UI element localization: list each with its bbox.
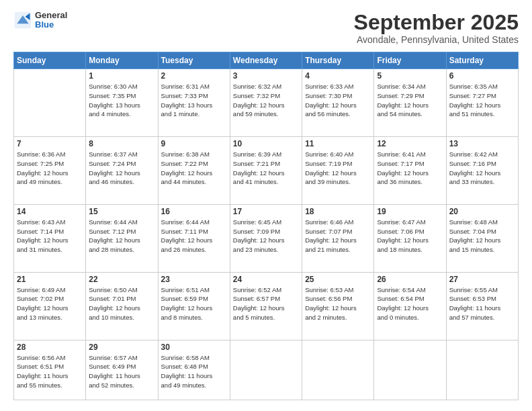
day-number: 25 — [305, 275, 371, 284]
day-info: Sunrise: 6:44 AM Sunset: 7:11 PM Dayligh… — [161, 218, 227, 255]
calendar-header: SundayMondayTuesdayWednesdayThursdayFrid… — [14, 52, 519, 69]
day-cell: 27Sunrise: 6:55 AM Sunset: 6:53 PM Dayli… — [446, 272, 518, 340]
day-cell: 18Sunrise: 6:46 AM Sunset: 7:07 PM Dayli… — [302, 204, 374, 272]
day-number: 30 — [161, 342, 227, 352]
title-block: September 2025 Avondale, Pennsylvania, U… — [354, 11, 519, 45]
week-row-5: 28Sunrise: 6:56 AM Sunset: 6:51 PM Dayli… — [14, 340, 519, 400]
col-header-tuesday: Tuesday — [158, 52, 230, 69]
day-cell: 14Sunrise: 6:43 AM Sunset: 7:14 PM Dayli… — [14, 204, 86, 272]
day-info: Sunrise: 6:42 AM Sunset: 7:16 PM Dayligh… — [449, 150, 515, 187]
day-cell: 11Sunrise: 6:40 AM Sunset: 7:19 PM Dayli… — [302, 137, 374, 205]
day-number: 9 — [161, 139, 227, 148]
day-cell: 28Sunrise: 6:56 AM Sunset: 6:51 PM Dayli… — [14, 340, 86, 400]
day-cell: 3Sunrise: 6:32 AM Sunset: 7:32 PM Daylig… — [230, 69, 302, 137]
week-row-4: 21Sunrise: 6:49 AM Sunset: 7:02 PM Dayli… — [14, 272, 519, 340]
day-cell: 7Sunrise: 6:36 AM Sunset: 7:25 PM Daylig… — [14, 137, 86, 205]
day-info: Sunrise: 6:56 AM Sunset: 6:51 PM Dayligh… — [17, 353, 83, 390]
day-number: 23 — [161, 275, 227, 284]
day-number: 19 — [377, 207, 443, 216]
day-number: 21 — [17, 275, 83, 284]
day-number: 17 — [233, 207, 299, 216]
day-info: Sunrise: 6:39 AM Sunset: 7:21 PM Dayligh… — [233, 150, 299, 187]
day-info: Sunrise: 6:38 AM Sunset: 7:22 PM Dayligh… — [161, 150, 227, 187]
logo-icon — [13, 11, 32, 30]
day-info: Sunrise: 6:30 AM Sunset: 7:35 PM Dayligh… — [89, 82, 154, 119]
day-number: 14 — [17, 207, 83, 216]
day-info: Sunrise: 6:52 AM Sunset: 6:57 PM Dayligh… — [233, 285, 299, 322]
col-header-saturday: Saturday — [446, 52, 518, 69]
header-row: SundayMondayTuesdayWednesdayThursdayFrid… — [14, 52, 519, 69]
day-number: 10 — [233, 139, 299, 148]
day-cell: 9Sunrise: 6:38 AM Sunset: 7:22 PM Daylig… — [158, 137, 230, 205]
day-cell: 15Sunrise: 6:44 AM Sunset: 7:12 PM Dayli… — [86, 204, 158, 272]
day-info: Sunrise: 6:57 AM Sunset: 6:49 PM Dayligh… — [89, 353, 154, 390]
day-cell: 24Sunrise: 6:52 AM Sunset: 6:57 PM Dayli… — [230, 272, 302, 340]
day-info: Sunrise: 6:45 AM Sunset: 7:09 PM Dayligh… — [233, 218, 299, 255]
day-cell: 17Sunrise: 6:45 AM Sunset: 7:09 PM Dayli… — [230, 204, 302, 272]
day-number: 7 — [17, 139, 83, 148]
day-number: 8 — [89, 139, 154, 148]
day-info: Sunrise: 6:58 AM Sunset: 6:48 PM Dayligh… — [161, 353, 227, 390]
day-number: 22 — [89, 275, 154, 284]
col-header-thursday: Thursday — [302, 52, 374, 69]
day-info: Sunrise: 6:36 AM Sunset: 7:25 PM Dayligh… — [17, 150, 83, 187]
day-cell: 8Sunrise: 6:37 AM Sunset: 7:24 PM Daylig… — [86, 137, 158, 205]
week-row-2: 7Sunrise: 6:36 AM Sunset: 7:25 PM Daylig… — [14, 137, 519, 205]
day-number: 15 — [89, 207, 154, 216]
day-cell: 20Sunrise: 6:48 AM Sunset: 7:04 PM Dayli… — [446, 204, 518, 272]
week-row-1: 1Sunrise: 6:30 AM Sunset: 7:35 PM Daylig… — [14, 69, 519, 137]
day-info: Sunrise: 6:35 AM Sunset: 7:27 PM Dayligh… — [449, 82, 515, 119]
day-cell: 29Sunrise: 6:57 AM Sunset: 6:49 PM Dayli… — [86, 340, 158, 400]
day-info: Sunrise: 6:48 AM Sunset: 7:04 PM Dayligh… — [449, 218, 515, 255]
header: General Blue September 2025 Avondale, Pe… — [13, 11, 519, 45]
day-cell: 12Sunrise: 6:41 AM Sunset: 7:17 PM Dayli… — [374, 137, 446, 205]
day-cell — [230, 340, 302, 400]
col-header-friday: Friday — [374, 52, 446, 69]
day-cell: 5Sunrise: 6:34 AM Sunset: 7:29 PM Daylig… — [374, 69, 446, 137]
day-cell: 23Sunrise: 6:51 AM Sunset: 6:59 PM Dayli… — [158, 272, 230, 340]
day-number: 29 — [89, 342, 154, 352]
day-cell: 30Sunrise: 6:58 AM Sunset: 6:48 PM Dayli… — [158, 340, 230, 400]
day-cell: 19Sunrise: 6:47 AM Sunset: 7:06 PM Dayli… — [374, 204, 446, 272]
day-info: Sunrise: 6:51 AM Sunset: 6:59 PM Dayligh… — [161, 285, 227, 322]
calendar-table: SundayMondayTuesdayWednesdayThursdayFrid… — [13, 52, 519, 400]
day-number: 2 — [161, 71, 227, 81]
day-cell: 4Sunrise: 6:33 AM Sunset: 7:30 PM Daylig… — [302, 69, 374, 137]
day-cell: 26Sunrise: 6:54 AM Sunset: 6:54 PM Dayli… — [374, 272, 446, 340]
logo-text: General Blue — [35, 11, 67, 30]
calendar-body: 1Sunrise: 6:30 AM Sunset: 7:35 PM Daylig… — [14, 69, 519, 400]
day-info: Sunrise: 6:41 AM Sunset: 7:17 PM Dayligh… — [377, 150, 443, 187]
day-number: 3 — [233, 71, 299, 81]
day-info: Sunrise: 6:40 AM Sunset: 7:19 PM Dayligh… — [305, 150, 371, 187]
col-header-wednesday: Wednesday — [230, 52, 302, 69]
day-number: 1 — [89, 71, 154, 81]
day-info: Sunrise: 6:46 AM Sunset: 7:07 PM Dayligh… — [305, 218, 371, 255]
day-info: Sunrise: 6:43 AM Sunset: 7:14 PM Dayligh… — [17, 218, 83, 255]
col-header-sunday: Sunday — [14, 52, 86, 69]
day-info: Sunrise: 6:44 AM Sunset: 7:12 PM Dayligh… — [89, 218, 154, 255]
day-number: 28 — [17, 342, 83, 352]
week-row-3: 14Sunrise: 6:43 AM Sunset: 7:14 PM Dayli… — [14, 204, 519, 272]
day-info: Sunrise: 6:53 AM Sunset: 6:56 PM Dayligh… — [305, 285, 371, 322]
day-number: 26 — [377, 275, 443, 284]
day-cell: 1Sunrise: 6:30 AM Sunset: 7:35 PM Daylig… — [86, 69, 158, 137]
day-cell — [374, 340, 446, 400]
day-number: 4 — [305, 71, 371, 81]
day-cell: 21Sunrise: 6:49 AM Sunset: 7:02 PM Dayli… — [14, 272, 86, 340]
day-info: Sunrise: 6:32 AM Sunset: 7:32 PM Dayligh… — [233, 82, 299, 119]
day-cell: 2Sunrise: 6:31 AM Sunset: 7:33 PM Daylig… — [158, 69, 230, 137]
day-info: Sunrise: 6:50 AM Sunset: 7:01 PM Dayligh… — [89, 285, 154, 322]
month-title: September 2025 — [354, 11, 519, 34]
day-number: 11 — [305, 139, 371, 148]
day-cell — [446, 340, 518, 400]
day-cell — [14, 69, 86, 137]
day-info: Sunrise: 6:55 AM Sunset: 6:53 PM Dayligh… — [449, 285, 515, 322]
day-info: Sunrise: 6:54 AM Sunset: 6:54 PM Dayligh… — [377, 285, 443, 322]
day-cell — [302, 340, 374, 400]
day-number: 16 — [161, 207, 227, 216]
col-header-monday: Monday — [86, 52, 158, 69]
day-cell: 16Sunrise: 6:44 AM Sunset: 7:11 PM Dayli… — [158, 204, 230, 272]
day-info: Sunrise: 6:37 AM Sunset: 7:24 PM Dayligh… — [89, 150, 154, 187]
logo-line1: General — [35, 11, 67, 20]
location: Avondale, Pennsylvania, United States — [354, 34, 519, 45]
